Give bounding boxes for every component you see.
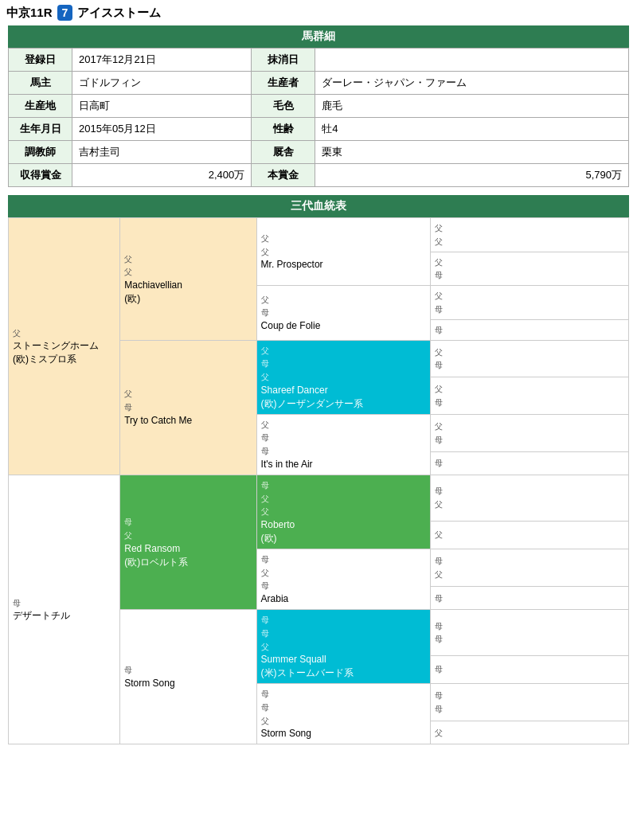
- pedigree-section-title: 三代血統表: [8, 195, 629, 217]
- gen1-mother: 母 デザートチル: [9, 475, 120, 744]
- gen3-fmm: 父母母 It's in the Air: [256, 414, 430, 475]
- gen3-fmf: 父母父 Shareef Dancer(欧)ノーザンダンサー系: [256, 340, 430, 414]
- gen3-mmm: 母母父 Storm Song: [256, 683, 430, 744]
- gen2-mm: 母 Storm Song: [120, 609, 256, 744]
- table-row: 調教師 吉村圭司 厩舎 栗東: [9, 141, 629, 164]
- value-prize: 5,790万: [315, 164, 629, 187]
- gen4-mfmf: 母父: [430, 549, 628, 586]
- page-header: 中京11R 7 アイスストーム: [0, 0, 637, 25]
- gen3-fff: 父父 Mr. Prospector: [256, 218, 430, 286]
- gen4-fffm: 父母: [430, 252, 628, 286]
- table-row: 生産地 日高町 毛色 鹿毛: [9, 95, 629, 118]
- gen2-mf: 母父 Red Ransom(欧)ロベルト系: [120, 475, 256, 609]
- value-stable: 栗東: [315, 141, 629, 164]
- pedigree-row: 父 ストーミングホーム(欧)ミスプロ系 父父 Machiavellian(欧) …: [9, 218, 629, 252]
- value-registration: 2017年12月21日: [72, 49, 252, 72]
- pedigree-row: 母 デザートチル 母父 Red Ransom(欧)ロベルト系 母父父 Rober…: [9, 475, 629, 521]
- label-coat-color: 毛色: [252, 95, 315, 118]
- label-sex-age: 性齢: [252, 118, 315, 141]
- gen4-ffff: 父父: [430, 218, 628, 252]
- horse-name: アイスストーム: [77, 6, 161, 21]
- table-row: 収得賞金 2,400万 本賞金 5,790万: [9, 164, 629, 187]
- gen4-mmfm: 母: [430, 655, 628, 683]
- gen4-mmff: 母母: [430, 609, 628, 655]
- pedigree-table: 父 ストーミングホーム(欧)ミスプロ系 父父 Machiavellian(欧) …: [8, 217, 629, 744]
- gen2-fm: 父母 Try to Catch Me: [120, 340, 256, 475]
- gen3-mff: 母父父 Roberto(欧): [256, 475, 430, 549]
- gen3-ffm: 父母 Coup de Folie: [256, 286, 430, 340]
- gen1-father: 父 ストーミングホーム(欧)ミスプロ系: [9, 218, 120, 475]
- table-row: 生年月日 2015年05月12日 性齢 牡4: [9, 118, 629, 141]
- gen4-fmmm: 母: [430, 452, 628, 475]
- gen4-mfff: 母父: [430, 475, 628, 521]
- gen4-fmfm: 父母: [430, 377, 628, 415]
- value-birthplace: 日高町: [72, 95, 252, 118]
- label-earnings: 収得賞金: [9, 164, 72, 187]
- label-cancellation: 抹消日: [252, 49, 315, 72]
- label-birthdate: 生年月日: [9, 118, 72, 141]
- gen3-mfm: 母父母 Arabia: [256, 549, 430, 609]
- value-coat-color: 鹿毛: [315, 95, 629, 118]
- gen4-ffmf: 父母: [430, 286, 628, 320]
- label-prize: 本賞金: [252, 164, 315, 187]
- table-row: 登録日 2017年12月21日 抹消日: [9, 49, 629, 72]
- label-stable: 厩舎: [252, 141, 315, 164]
- gen4-ffmm: 母: [430, 319, 628, 340]
- value-sex-age: 牡4: [315, 118, 629, 141]
- value-owner: ゴドルフィン: [72, 72, 252, 95]
- gen4-fmmf: 父母: [430, 414, 628, 451]
- value-breeder: ダーレー・ジャパン・ファーム: [315, 72, 629, 95]
- race-label: 中京11R: [6, 6, 53, 21]
- gen4-mfmm: 母: [430, 587, 628, 610]
- value-cancellation: [315, 49, 629, 72]
- race-badge: 7: [57, 5, 73, 21]
- label-owner: 馬主: [9, 72, 72, 95]
- value-trainer: 吉村圭司: [72, 141, 252, 164]
- gen4-mffm: 父: [430, 521, 628, 549]
- pedigree-section: 三代血統表 父 ストーミングホーム(欧)ミスプロ系 父父 Machiavelli…: [0, 195, 637, 752]
- label-trainer: 調教師: [9, 141, 72, 164]
- info-table: 登録日 2017年12月21日 抹消日 馬主 ゴドルフィン 生産者 ダーレー・ジ…: [8, 48, 629, 187]
- value-earnings: 2,400万: [72, 164, 252, 187]
- gen4-mmmf: 母母: [430, 683, 628, 721]
- gen4-fmff: 父母: [430, 340, 628, 377]
- value-birthdate: 2015年05月12日: [72, 118, 252, 141]
- info-section-title: 馬群細: [8, 25, 629, 48]
- gen2-ff: 父父 Machiavellian(欧): [120, 218, 256, 341]
- label-breeder: 生産者: [252, 72, 315, 95]
- label-birthplace: 生産地: [9, 95, 72, 118]
- info-section: 馬群細 登録日 2017年12月21日 抹消日 馬主 ゴドルフィン 生産者 ダー…: [0, 25, 637, 195]
- table-row: 馬主 ゴドルフィン 生産者 ダーレー・ジャパン・ファーム: [9, 72, 629, 95]
- gen4-mmmm: 父: [430, 721, 628, 744]
- label-registration: 登録日: [9, 49, 72, 72]
- gen3-mmf: 母母父 Summer Squall(米)ストームバード系: [256, 609, 430, 683]
